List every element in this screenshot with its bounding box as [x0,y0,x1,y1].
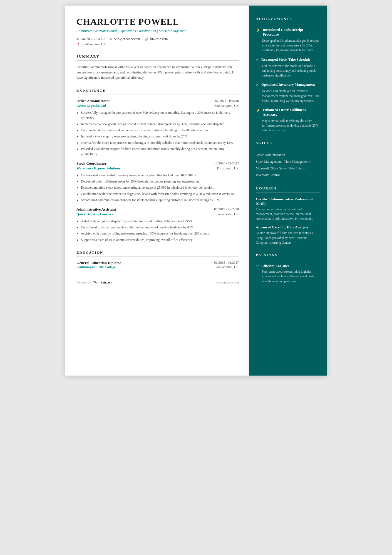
achievement-3: ✔ Optimized Inventory Management Devised… [256,82,320,103]
experience-section: EXPERIENCE Office Administrator 02/2022 … [76,88,239,243]
achievement-3-title: Optimized Inventory Management [261,82,315,87]
achievement-1-icon: ⚡ [256,28,260,33]
edu-1-location: Southampton, UK [215,265,239,269]
job-1-date: 02/2022 - Present [215,99,239,103]
passions-divider [256,259,320,259]
passion-1-desc: Passionate about streamlining logistics … [256,269,320,284]
courses-section: COURSES Certified Administrative Profess… [256,186,320,245]
job-3-bullets: Aided in developing a dispatch system th… [76,219,239,243]
summary-divider [76,60,239,61]
achievements-divider [256,23,320,23]
email-contact: ✉ help@enhancv.com [110,37,140,41]
job-1-location: Southampton, UK [215,104,239,108]
location-contact: 📍 Southampton, UK [76,42,106,46]
edu-1: General Education Diploma 01/2015 - 01/2… [76,261,239,269]
skill-line-2: Stock Management · Time Management · [256,160,311,164]
location-value: Southampton, UK [82,42,106,46]
passion-1: ☆ Efficient Logistics Passionate about s… [256,264,320,284]
summary-title: SUMMARY [76,54,239,59]
achievement-1: ⚡ Introduced Goods Receipt Procedure Dev… [256,28,320,53]
course-1-title: Certified Administrative Professional (C… [256,197,320,206]
bullet: Streamlined communication channels for s… [81,198,239,203]
achievement-3-icon: ✔ [256,83,259,87]
education-section: EDUCATION General Education Diploma 01/2… [76,250,239,269]
email-value: help@enhancv.com [114,37,140,41]
achievement-4-desc: Play a pivotal role in refining the orde… [256,119,320,133]
achievement-2: ✏ Revamped Stock Take Schedule Led the r… [256,57,320,78]
courses-divider [256,192,320,193]
job-1-title: Office Administrator [76,99,110,103]
skill-line-1: Office Administration · [256,153,287,157]
phone-contact: ✆ +44 20 7123 4567 [76,37,105,41]
experience-title: EXPERIENCE [76,88,239,93]
skills-title: SKILLS [256,141,320,145]
contact-row: ✆ +44 20 7123 4567 ✉ help@enhancv.com 🔗 … [76,37,239,41]
bullet: Assisted with monthly billing processes,… [81,231,239,236]
page-footer: Powered by Enhancv www.enhancv.com [76,280,239,284]
job-3-title: Administrative Assistant [76,207,116,212]
edu-1-school: Southampton City College [76,265,116,269]
website-value: linkedin.com [150,37,168,41]
achievement-2-desc: Led the reform of the stock take schedul… [256,64,320,78]
achievement-1-title: Introduced Goods Receipt Procedure [263,28,320,37]
edu-1-date: 01/2015 - 01/2017 [214,261,239,265]
candidate-title: Administrative Professional | Operations… [76,29,239,33]
bullet: Successfully managed the preparation of … [81,110,239,121]
bullet: Coordinated daily orders and deliveries … [81,128,239,133]
education-divider [76,256,239,257]
bullet: Collaborated with procurement to align s… [81,191,239,197]
bullet: Overhauled the stock take process, intro… [81,140,239,145]
footer-brand: Powered by Enhancv [76,280,112,284]
skills-text: Office Administration · Stock Management… [256,152,320,178]
bullet: Implemented a new goods receipt procedur… [81,122,239,127]
summary-text: Ambitious admin professional with over a… [76,65,239,81]
course-1-desc: Focused on advanced organisational manag… [256,207,320,221]
passions-title: PASSIONS [256,253,320,257]
job-3-location: Winchester, UK [217,212,239,216]
job-2-bullets: Orchestrated a successful inventory mana… [76,173,239,203]
skill-line-3: Microsoft Office Suite · Data Entry · [256,166,305,170]
course-2: Advanced Excel for Data Analysis Course … [256,225,320,245]
link-icon: 🔗 [145,37,149,41]
candidate-name: CHARLOTTE POWELL [76,17,239,27]
achievement-2-title: Revamped Stock Take Schedule [261,57,311,62]
footer-website: www.enhancv.com [216,281,239,284]
job-3-date: 06/2019 - 09/2020 [214,207,239,211]
job-3-company: Quick Delivery Couriers [76,212,113,216]
edu-1-degree: General Education Diploma [76,261,121,265]
courses-title: COURSES [256,186,320,191]
achievement-3-desc: Devised and employed an inventory manage… [256,89,320,103]
job-1-bullets: Successfully managed the preparation of … [76,110,239,157]
achievement-4: ⚡ Enhanced Order Fulfilment Accuracy Pla… [256,108,320,133]
powered-by-text: Powered by [76,281,91,284]
location-icon: 📍 [76,43,80,46]
course-1: Certified Administrative Professional (C… [256,197,320,221]
bullet: Aided in developing a dispatch system th… [81,219,239,224]
education-title: EDUCATION [76,250,239,255]
passions-section: PASSIONS ☆ Efficient Logistics Passionat… [256,253,320,284]
job-3: Administrative Assistant 06/2019 - 09/20… [76,207,239,243]
job-1: Office Administrator 02/2022 - Present G… [76,99,239,157]
summary-section: SUMMARY Ambitious admin professional wit… [76,54,239,81]
job-2-date: 10/2020 - 01/2022 [214,161,239,166]
skills-section: SKILLS Office Administration · Stock Man… [256,141,320,178]
bullet: Decreased order fulfilment errors by 25%… [81,179,239,184]
job-2: Stock Coordinator 10/2020 - 01/2022 Ware… [76,161,239,203]
bullet: Orchestrated a successful inventory mana… [81,173,239,178]
phone-icon: ✆ [76,37,79,41]
passion-1-title: Efficient Logistics [261,264,289,268]
brand-logo-icon [93,280,99,284]
job-1-company: Green Logistics Ltd [76,104,106,108]
bullet: Executed monthly stock takes, uncovering… [81,185,239,190]
job-2-company: Warehouse Express Solutions [76,166,120,171]
skills-divider [256,147,320,147]
job-2-title: Stock Coordinator [76,161,106,166]
bullet: Contributed to a customer service initia… [81,225,239,230]
course-2-desc: Course on powerful data analysis techniq… [256,231,320,245]
bullet: Supported a team of 10 in administrative… [81,237,239,243]
achievement-4-icon: ⚡ [256,108,260,113]
course-2-title: Advanced Excel for Data Analysis [256,225,320,230]
achievement-4-title: Enhanced Order Fulfilment Accuracy [263,108,320,117]
website-contact: 🔗 linkedin.com [145,37,168,41]
experience-divider [76,95,239,95]
